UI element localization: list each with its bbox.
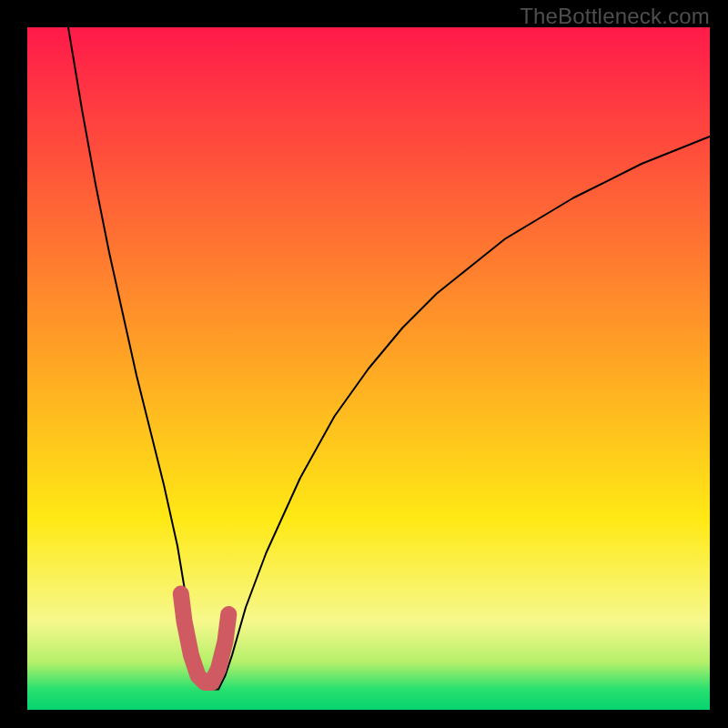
watermark-label: TheBottleneck.com xyxy=(520,4,710,29)
chart-frame: TheBottleneck.com xyxy=(0,0,728,728)
bottleneck-chart xyxy=(0,0,728,728)
